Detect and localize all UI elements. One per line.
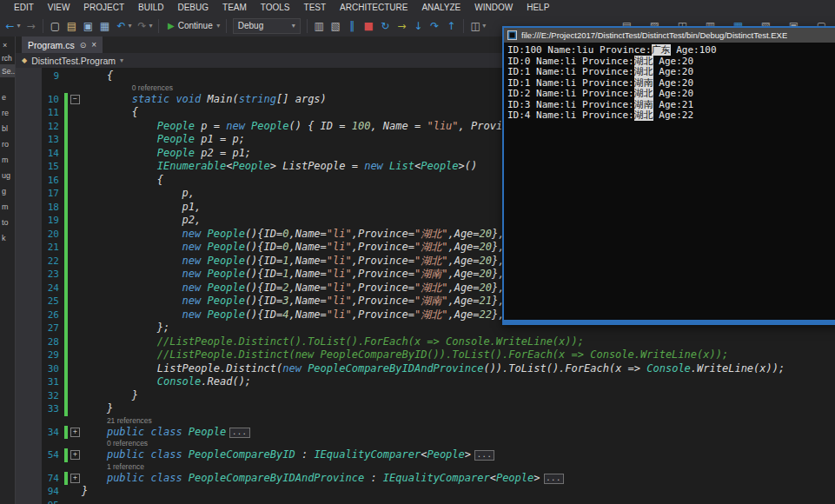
console-window[interactable]: file:///E:/Project2017/DistinctTest/Dist…: [502, 26, 835, 325]
code-line[interactable]: 28 //ListPeople.Distinct().ToList().ForE…: [16, 335, 835, 349]
line-number: 14: [16, 148, 64, 159]
menu-project[interactable]: PROJECT: [76, 3, 131, 12]
code-text: {: [82, 106, 138, 120]
change-indicator: [64, 187, 68, 201]
stop-debug-icon[interactable]: ■: [361, 17, 377, 36]
code-line[interactable]: 54+ public class PeopleCompareByID : IEq…: [16, 448, 835, 462]
code-line[interactable]: 32 }: [16, 389, 835, 403]
save-all-icon[interactable]: ▦: [96, 17, 113, 36]
fold-collapse-icon[interactable]: −: [69, 95, 82, 104]
codelens-text: 0 references: [82, 439, 148, 448]
change-indicator: [64, 485, 68, 499]
list-item[interactable]: ro: [0, 136, 15, 152]
menu-view[interactable]: VIEW: [41, 3, 77, 12]
class-icon: ◆: [22, 56, 27, 64]
nav-back-caret-icon[interactable]: ▾: [15, 17, 23, 36]
fold-expand-icon[interactable]: +: [69, 474, 82, 483]
preview-changes-icon[interactable]: ▥: [311, 17, 328, 36]
panel-tab-label[interactable]: Se...: [0, 64, 15, 77]
change-indicator: [64, 416, 68, 426]
step-into-icon[interactable]: ↓: [410, 17, 427, 36]
code-line[interactable]: 29 //ListPeople.Distinct(new PeopleCompa…: [16, 348, 835, 362]
list-item[interactable]: m: [0, 152, 15, 168]
menu-window[interactable]: WINDOW: [467, 3, 520, 12]
panel-tab-label[interactable]: rch: [0, 51, 15, 64]
list-item[interactable]: bl: [0, 121, 15, 136]
step-out-icon[interactable]: ↑: [443, 17, 460, 36]
menu-edit[interactable]: EDIT: [7, 3, 41, 12]
line-number: 12: [16, 121, 64, 132]
fold-expand-icon[interactable]: +: [69, 428, 82, 437]
menu-test[interactable]: TEST: [297, 3, 334, 12]
menu-architecture[interactable]: ARCHITECTURE: [333, 3, 414, 12]
fold-expand-icon[interactable]: +: [69, 450, 82, 460]
list-item[interactable]: k: [0, 230, 15, 246]
line-number: 16: [16, 175, 64, 186]
code-text: People p1 = p;: [82, 133, 245, 147]
restart-icon[interactable]: ↻: [377, 17, 394, 36]
line-number: 11: [16, 107, 64, 118]
debug-config-dropdown[interactable]: Debug▾: [233, 18, 301, 34]
menu-help[interactable]: HELP: [520, 3, 556, 12]
code-text: static void Main(string[] args): [82, 93, 327, 107]
change-indicator: [64, 214, 68, 228]
new-file-icon[interactable]: ▢: [47, 17, 63, 36]
change-indicator: [64, 462, 68, 472]
code-line[interactable]: 74+ public class PeopleCompareByIDAndPro…: [16, 472, 835, 486]
undo-caret-icon[interactable]: ▾: [126, 17, 134, 36]
change-indicator: [64, 402, 68, 416]
line-number: 19: [16, 215, 64, 226]
menu-tools[interactable]: TOOLS: [254, 3, 297, 12]
code-text: };: [82, 322, 169, 335]
menu-analyze[interactable]: ANALYZE: [414, 3, 467, 12]
selected-text: 湖北: [634, 56, 653, 67]
list-item[interactable]: g: [0, 183, 15, 199]
toolbar-separator: [43, 19, 43, 33]
code-line[interactable]: 31 Console.Read();: [16, 375, 835, 389]
nav-forward-icon[interactable]: →: [23, 17, 39, 36]
menu-team[interactable]: TEAM: [215, 3, 254, 12]
code-line[interactable]: 33 }: [16, 402, 835, 416]
change-indicator: [64, 348, 68, 362]
close-icon[interactable]: ×: [0, 36, 15, 51]
change-indicator: [64, 375, 68, 389]
break-all-icon[interactable]: ‖: [344, 17, 361, 36]
code-line[interactable]: 30 ListPeople.Distinct(new PeopleCompare…: [16, 362, 835, 376]
code-text: new People(){ID=3,Name="li",Province="湖南…: [82, 295, 504, 308]
code-text: {: [82, 70, 113, 83]
code-line[interactable]: 34+ public class People...: [16, 426, 835, 440]
code-text: new People(){ID=2,Name="li",Province="湖北…: [82, 282, 504, 295]
codelens-row[interactable]: 0 references: [16, 439, 835, 448]
codelens-text: 21 references: [82, 416, 152, 426]
console-title-bar[interactable]: file:///E:/Project2017/DistinctTest/Dist…: [504, 28, 835, 43]
list-item[interactable]: e: [0, 90, 15, 105]
show-next-statement-icon[interactable]: →: [394, 17, 410, 36]
diagnostics-icon[interactable]: ▧: [328, 17, 344, 36]
menu-debug[interactable]: DEBUG: [170, 3, 215, 12]
codelens-row[interactable]: 1 reference: [16, 462, 835, 472]
close-icon[interactable]: ×: [91, 40, 96, 50]
open-file-icon[interactable]: ▤: [63, 17, 80, 36]
code-map-caret-icon[interactable]: ▾: [480, 17, 488, 36]
console-output: ID:100 Name:liu Province:广东 Age:100ID:0 …: [504, 43, 835, 124]
menu-build[interactable]: BUILD: [131, 3, 170, 12]
code-text: //ListPeople.Distinct().ToList().ForEach…: [82, 335, 584, 349]
continue-caret-icon[interactable]: ▾: [215, 17, 222, 36]
save-icon[interactable]: ▣: [80, 17, 96, 36]
change-indicator: [64, 282, 68, 295]
list-item[interactable]: re: [0, 105, 15, 121]
list-item[interactable]: ug: [0, 168, 15, 183]
change-indicator: [64, 174, 68, 188]
redo-caret-icon[interactable]: ▾: [147, 17, 155, 36]
codelens-row[interactable]: 21 references: [16, 416, 835, 426]
step-over-icon[interactable]: ↷: [427, 17, 443, 36]
code-line[interactable]: 95: [16, 499, 835, 504]
code-line[interactable]: 94}: [16, 485, 835, 499]
list-item[interactable]: m: [0, 199, 15, 215]
tab-program-cs[interactable]: Program.cs ⊙ ×: [22, 36, 103, 53]
pin-icon[interactable]: ⊙: [80, 41, 87, 50]
continue-button[interactable]: ▶Continue: [162, 21, 218, 30]
list-item[interactable]: to: [0, 215, 15, 230]
code-text: p,: [82, 187, 195, 201]
continue-icon: ▶: [168, 21, 175, 30]
